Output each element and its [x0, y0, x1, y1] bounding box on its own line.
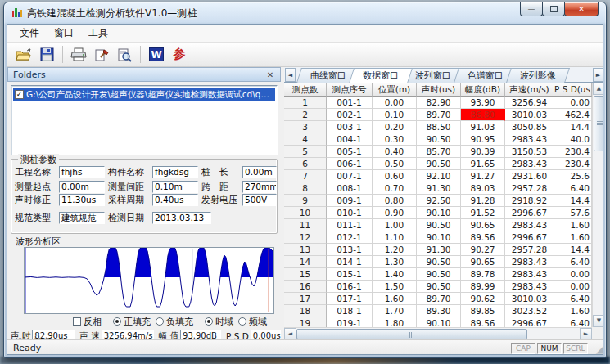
table-cell: 017-1 — [327, 293, 373, 305]
table-cell: 89.56 — [461, 231, 505, 244]
table-header-cell[interactable]: 测点序号 — [327, 83, 373, 97]
readouts-row: 声 时 82.90us 声 速 3256.94m/s 幅 值 93.90dB P… — [11, 329, 281, 339]
scroll-left-icon[interactable]: ◄ — [284, 328, 296, 339]
waveform-plot[interactable] — [24, 247, 274, 314]
open-button[interactable] — [13, 45, 34, 65]
fill-positive-radio[interactable] — [113, 317, 121, 326]
title-bar[interactable]: 高铁建混凝土检测分析软件V1.0—测桩 — [4, 2, 606, 24]
tab-wavetrain-image[interactable]: 波列影像 — [506, 68, 570, 83]
sample-period-field[interactable]: 0.40us — [152, 194, 198, 206]
horizontal-scroll-thumb[interactable] — [296, 329, 527, 339]
minimize-button[interactable]: — — [520, 2, 543, 16]
print-button[interactable] — [68, 45, 89, 65]
table-cell: 0.10 — [373, 109, 417, 121]
time-domain-option[interactable]: 时域 — [205, 316, 233, 328]
table-header-cell[interactable]: 位置(m) — [373, 83, 417, 97]
standard-type-field[interactable]: 建筑规范 — [59, 212, 105, 224]
project-name-field[interactable]: fhjhs — [59, 166, 105, 178]
export-tool-button[interactable] — [91, 45, 112, 65]
pile-length-field[interactable]: 0.00m — [242, 166, 277, 178]
tab-data-window[interactable]: 数据窗口 — [349, 68, 413, 83]
table-cell: 25.6 — [554, 170, 592, 182]
table-row[interactable]: 12012-11.1090.1089.562996.671.60 — [284, 231, 592, 244]
fill-negative-radio[interactable] — [156, 317, 164, 326]
table-cell: 3010.03 — [505, 293, 554, 305]
field-label: 工程名称 — [15, 166, 56, 178]
table-cell: 2957.28 — [505, 182, 554, 195]
table-row[interactable]: 17017-11.6089.7090.623010.036.40 — [284, 293, 592, 305]
tab-scroll-right-button[interactable]: ► — [593, 68, 603, 82]
close-button[interactable]: ✕ — [564, 2, 599, 16]
table-row[interactable]: 1001-10.0082.9093.903256.940.00 — [284, 97, 592, 109]
table-row[interactable]: 10010-10.9090.1091.522996.6757.6 — [284, 207, 592, 219]
tab-scroll-left-button[interactable]: ◄ — [285, 68, 296, 82]
table-cell: 85.70 — [417, 146, 461, 158]
menu-file[interactable]: 文件 — [12, 25, 47, 42]
invert-label: 反相 — [84, 316, 102, 328]
measure-start-field[interactable]: 0.00m — [59, 181, 105, 193]
horizontal-scrollbar[interactable]: ◄ ► — [284, 327, 592, 339]
table-row[interactable]: 15015-11.4090.5089.782983.430.00 — [284, 268, 592, 281]
table-row[interactable]: 18018-11.7089.3089.853023.521.60 — [284, 305, 592, 317]
table-row[interactable]: 14014-11.3090.5090.652983.436.40 — [284, 256, 592, 268]
print-preview-button[interactable] — [114, 45, 135, 65]
table-cell: 3256.94 — [505, 97, 554, 109]
table-row[interactable]: 3003-10.2088.5091.033050.8514.4 — [284, 121, 592, 133]
save-button[interactable] — [36, 45, 57, 65]
table-cell: 91.27 — [461, 170, 505, 182]
table-cell: 016-1 — [327, 281, 373, 293]
table-cell: 012-1 — [327, 231, 373, 244]
table-row[interactable]: 16016-11.5090.5089.992983.430.00 — [284, 281, 592, 293]
span-field[interactable]: 270mm — [242, 181, 277, 193]
table-row[interactable]: 7007-10.6092.1091.272931.6025.6 — [284, 170, 592, 182]
scroll-down-icon[interactable]: ▼ — [593, 315, 603, 327]
table-row[interactable]: 8008-10.7091.3089.032957.286.40 — [284, 182, 592, 195]
table-row[interactable]: 13013-11.2091.3090.272957.2814.4 — [284, 244, 592, 256]
table-header-cell[interactable]: 测点数 — [284, 83, 327, 97]
psd-value[interactable]: 0.00us^2/m — [251, 330, 281, 339]
table-row[interactable]: 4004-10.3090.5090.952983.4340.0 — [284, 133, 592, 146]
table-header-cell[interactable]: 声速(m/s) — [505, 83, 554, 97]
freq-domain-radio[interactable] — [238, 317, 246, 326]
folder-item[interactable]: ✓ G:\公司产品设计开发\超声仪器\超声仪实地检测数据调试cd\qd03\qd… — [13, 88, 275, 101]
freq-domain-option[interactable]: 频域 — [238, 316, 267, 328]
menu-window[interactable]: 窗口 — [47, 25, 81, 42]
table-cell: 89.85 — [461, 305, 505, 317]
voltage-field[interactable]: 500V — [242, 194, 277, 206]
table-row[interactable]: 6006-10.5090.5091.652983.43230.4 — [284, 158, 592, 170]
amplitude-value[interactable]: 93.90dB — [180, 330, 221, 339]
invert-option[interactable]: 反相 — [73, 316, 102, 328]
measure-interval-field[interactable]: 0.10m — [152, 181, 198, 193]
invert-checkbox[interactable] — [73, 317, 81, 326]
detect-date-field[interactable]: 2013.03.13 — [152, 212, 211, 224]
menu-tools[interactable]: 工具 — [81, 25, 115, 42]
component-name-field[interactable]: fhgkdsg — [152, 166, 198, 178]
maximize-button[interactable] — [542, 2, 565, 16]
table-header-cell[interactable]: P S D(us — [554, 83, 592, 97]
scroll-up-icon[interactable]: ▲ — [593, 83, 603, 95]
parameters-button[interactable]: 参 — [169, 45, 190, 65]
vertical-scroll-thumb[interactable] — [594, 96, 603, 151]
table-row[interactable]: 2002-10.1089.7086.803010.03462.4 — [284, 109, 592, 121]
folders-title: Folders — [13, 70, 265, 80]
folder-checkbox[interactable]: ✓ — [15, 90, 24, 99]
fill-negative-option[interactable]: 负填充 — [156, 316, 193, 328]
sound-time-correction-field[interactable]: 11.30us — [59, 194, 105, 206]
table-header-cell[interactable]: 声时(us) — [417, 83, 461, 97]
fill-positive-option[interactable]: 正填充 — [113, 316, 151, 328]
table-row[interactable]: 11011-11.0090.5090.652983.431.60 — [284, 219, 592, 231]
table-row[interactable]: 9009-10.8092.5091.282918.9214.4 — [284, 195, 592, 207]
table-row[interactable]: 19019-11.8090.1089.562996.676.40 — [284, 317, 592, 327]
time-domain-radio[interactable] — [205, 317, 213, 326]
word-export-button[interactable]: W — [146, 45, 167, 65]
vertical-scrollbar[interactable]: ▲ ▼ — [592, 83, 603, 327]
folders-close-icon[interactable]: ✕ — [265, 70, 275, 79]
scroll-right-icon[interactable]: ► — [580, 328, 592, 339]
table-header-cell[interactable]: 幅度(dB) — [461, 83, 505, 97]
folder-list[interactable]: ✓ G:\公司产品设计开发\超声仪器\超声仪实地检测数据调试cd\qd03\qd… — [11, 85, 278, 155]
sound-velocity-value[interactable]: 3256.94m/s — [102, 330, 154, 339]
app-icon — [11, 7, 23, 19]
resize-grip[interactable]: ◢ — [596, 344, 603, 355]
table-row[interactable]: 5005-10.4085.7090.393150.53230.4 — [284, 146, 592, 158]
table-cell: 0.60 — [373, 170, 417, 182]
